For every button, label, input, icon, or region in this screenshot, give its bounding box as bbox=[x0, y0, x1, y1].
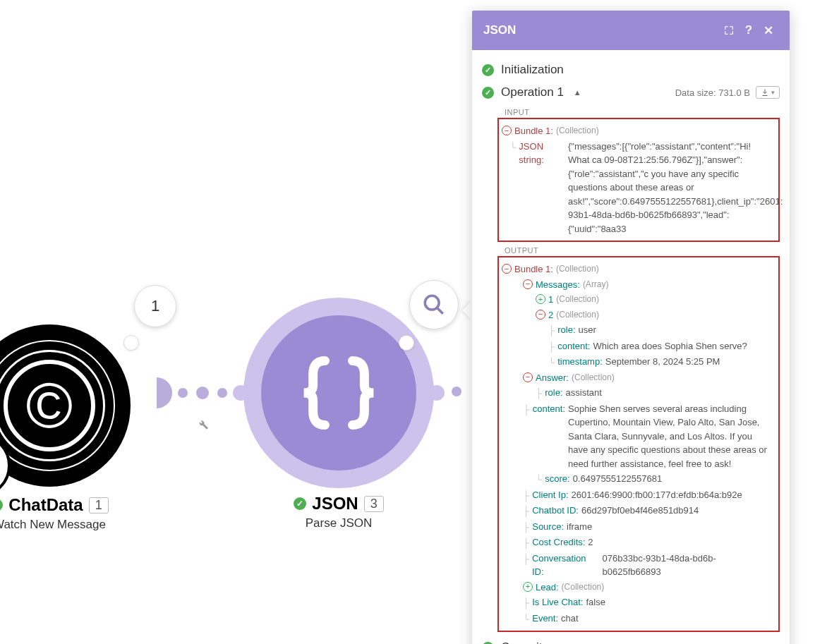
livechat-key: Is Live Chat: bbox=[532, 595, 583, 609]
output-box: − Bundle 1: (Collection) − Messages: (Ar… bbox=[497, 256, 780, 632]
bundle-key: Bundle 1: bbox=[514, 124, 553, 138]
json-subtitle: Parse JSON bbox=[243, 516, 434, 530]
source-value: iframe bbox=[567, 520, 592, 534]
answer-content-key: content: bbox=[533, 402, 565, 416]
json-panel: JSON ? ✕ ✓ Initialization ✓ Operation 1 … bbox=[472, 11, 790, 644]
msg2-key: 2 bbox=[548, 308, 553, 322]
input-box: − Bundle 1: (Collection) └ JSON string: … bbox=[497, 118, 780, 242]
stage-label: Operation 1 bbox=[501, 85, 564, 99]
chatdata-count: 1 bbox=[89, 497, 109, 514]
cost-key: Cost Credits: bbox=[532, 535, 585, 549]
role-value: user bbox=[579, 323, 596, 337]
collection-meta: (Collection) bbox=[556, 308, 599, 321]
download-button[interactable]: ▾ bbox=[756, 86, 780, 99]
expand-icon[interactable]: + bbox=[523, 582, 533, 592]
flow-dots bbox=[178, 387, 227, 399]
answer-role-key: role: bbox=[545, 386, 562, 400]
livechat-value: false bbox=[586, 595, 605, 609]
collapse-icon[interactable]: − bbox=[523, 372, 533, 382]
collection-meta: (Collection) bbox=[556, 293, 599, 305]
timestamp-value: September 8, 2024 5:25 PM bbox=[605, 355, 720, 369]
svg-point-0 bbox=[425, 296, 439, 310]
answer-content-value: Sophie Shen serves several areas includi… bbox=[568, 402, 773, 471]
chatdata-bubble-count: 1 bbox=[151, 297, 159, 315]
json-string-value: {"messages":[{"role":"assistant","conten… bbox=[568, 140, 773, 236]
collapse-icon[interactable]: − bbox=[523, 279, 533, 289]
stage-label: Commit bbox=[501, 640, 543, 644]
answer-key: Answer: bbox=[536, 371, 569, 385]
input-section-label: INPUT bbox=[505, 108, 780, 116]
json-string-key: JSON string: bbox=[519, 140, 565, 167]
messages-key: Messages: bbox=[536, 278, 580, 292]
chatdata-title: ChatData bbox=[8, 495, 83, 515]
event-value: chat bbox=[561, 612, 579, 626]
expand-icon[interactable] bbox=[719, 20, 739, 40]
chatbotid-value: 66d297bf0eb4f46e851db914 bbox=[581, 504, 699, 518]
source-key: Source: bbox=[532, 520, 564, 534]
panel-header: JSON ? ✕ bbox=[472, 11, 790, 50]
copyright-icon: © bbox=[4, 360, 95, 451]
collection-meta: (Collection) bbox=[556, 124, 599, 137]
help-icon[interactable]: ? bbox=[739, 20, 759, 40]
check-icon: ✓ bbox=[482, 642, 494, 645]
content-key: content: bbox=[557, 339, 590, 353]
event-key: Event: bbox=[532, 612, 558, 626]
role-key: role: bbox=[557, 323, 575, 337]
braces-icon bbox=[293, 347, 385, 439]
lead-key: Lead: bbox=[536, 581, 559, 595]
download-icon bbox=[761, 88, 769, 97]
close-icon[interactable]: ✕ bbox=[759, 20, 778, 40]
check-icon: ✓ bbox=[482, 64, 494, 76]
collapse-icon[interactable]: − bbox=[502, 264, 512, 274]
convid-key: Conversation ID: bbox=[532, 552, 600, 579]
chevron-up-icon: ▲ bbox=[574, 88, 581, 97]
json-circle bbox=[243, 298, 434, 488]
score-value: 0.6497555122557681 bbox=[573, 472, 663, 486]
timestamp-key: timestamp: bbox=[557, 355, 603, 369]
answer-role-value: assistant bbox=[566, 386, 602, 400]
flow-canvas: © ✓ ChatData 1 Watch New Message 1 bbox=[0, 0, 839, 644]
json-node[interactable]: ✓ JSON 3 Parse JSON bbox=[243, 298, 434, 530]
chatdata-node[interactable]: © ✓ ChatData 1 Watch New Message bbox=[0, 324, 131, 532]
bundle-key: Bundle 1: bbox=[514, 262, 553, 277]
check-icon: ✓ bbox=[482, 87, 494, 99]
status-check-icon: ✓ bbox=[294, 497, 306, 510]
half-moon-icon bbox=[141, 377, 172, 408]
chatbotid-key: Chatbot ID: bbox=[532, 504, 579, 518]
flow-dots bbox=[452, 387, 461, 396]
output-section-label: OUTPUT bbox=[505, 246, 780, 255]
msg1-key: 1 bbox=[548, 293, 553, 307]
bubble-trail-icon bbox=[123, 335, 139, 351]
json-bubble[interactable] bbox=[409, 280, 459, 329]
clientip-key: Client Ip: bbox=[532, 488, 568, 502]
collection-meta: (Collection) bbox=[556, 262, 599, 275]
content-value: Which area does Sophia Shen serve? bbox=[593, 339, 747, 353]
cost-value: 2 bbox=[588, 535, 593, 549]
bubble-trail-icon bbox=[399, 335, 414, 351]
stage-commit[interactable]: ✓ Commit bbox=[482, 636, 780, 644]
chatdata-bubble[interactable]: 1 bbox=[134, 285, 176, 327]
collapse-icon[interactable]: − bbox=[536, 310, 545, 320]
score-key: score: bbox=[545, 472, 569, 486]
stage-label: Initialization bbox=[501, 63, 564, 77]
status-check-icon: ✓ bbox=[0, 499, 3, 511]
panel-pointer-icon bbox=[462, 300, 472, 320]
collection-meta: (Collection) bbox=[572, 371, 615, 384]
collapse-icon[interactable]: − bbox=[502, 126, 512, 135]
wrench-icon[interactable] bbox=[196, 418, 209, 433]
svg-line-1 bbox=[437, 308, 443, 314]
stage-operation-1[interactable]: ✓ Operation 1 ▲ Data size: 731.0 B ▾ bbox=[482, 81, 780, 104]
convid-value: 076b33bc-93b1-48da-bd6b-b0625fb66893 bbox=[603, 552, 773, 579]
search-icon bbox=[422, 293, 446, 317]
chevron-down-icon: ▾ bbox=[771, 89, 775, 96]
panel-title: JSON bbox=[483, 23, 516, 37]
chatdata-subtitle: Watch New Message bbox=[0, 518, 131, 532]
stage-initialization[interactable]: ✓ Initialization bbox=[482, 59, 780, 81]
collection-meta: (Collection) bbox=[562, 581, 605, 593]
array-meta: (Array) bbox=[583, 278, 609, 291]
clientip-value: 2601:646:9900:fb00:177d:efdb:b64a:b92e bbox=[572, 488, 742, 502]
expand-icon[interactable]: + bbox=[536, 294, 545, 304]
json-count: 3 bbox=[364, 496, 384, 512]
json-title: JSON bbox=[312, 494, 358, 514]
chatdata-circle: © bbox=[0, 324, 131, 487]
